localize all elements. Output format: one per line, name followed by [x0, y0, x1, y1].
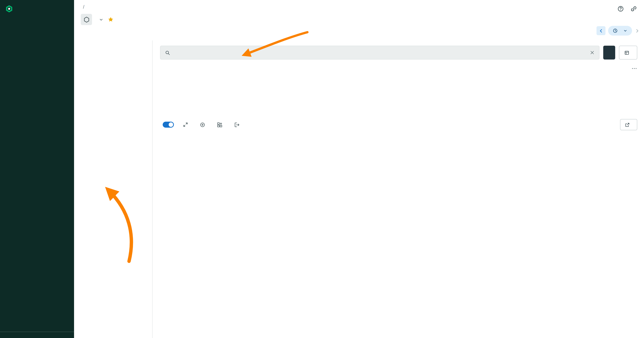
chart-menu-icon[interactable]	[631, 66, 637, 72]
sidebar-spacer	[0, 17, 74, 332]
external-link-icon	[625, 122, 630, 127]
nrql-icon	[624, 50, 630, 55]
log-query-input[interactable]	[174, 50, 586, 55]
new-relic-logo[interactable]	[0, 0, 74, 17]
toggle-knob	[169, 122, 173, 127]
share-link-icon[interactable]	[630, 5, 637, 12]
add-column-button[interactable]	[200, 122, 208, 127]
chevron-down-icon	[623, 29, 628, 33]
nrql-button[interactable]	[619, 46, 637, 60]
expand-logs-toggle[interactable]	[163, 122, 174, 128]
time-forward-button[interactable]	[635, 28, 640, 33]
add-to-dashboard-button[interactable]	[217, 122, 225, 127]
favorite-star-icon[interactable]	[108, 17, 114, 23]
expand-table-button[interactable]	[183, 122, 191, 127]
expand-icon	[183, 122, 188, 127]
global-sidebar	[0, 0, 74, 338]
query-row	[160, 46, 637, 60]
sidebar-footer-nav	[0, 332, 74, 338]
logs-toolbar	[160, 119, 637, 130]
new-relic-logo-mark	[5, 5, 13, 13]
time-picker[interactable]	[608, 26, 632, 36]
open-in-logs-button[interactable]	[620, 119, 637, 130]
entity-title-row	[81, 14, 638, 25]
topbar-icon-group	[617, 5, 637, 12]
time-picker-row	[596, 26, 640, 36]
entity-sidebar	[74, 41, 152, 338]
export-button[interactable]	[234, 122, 242, 127]
help-circle-icon[interactable]	[617, 5, 624, 12]
search-icon	[165, 50, 170, 55]
plus-circle-icon	[200, 122, 205, 127]
logs-timeseries-chart	[160, 72, 638, 112]
query-logs-button[interactable]	[603, 46, 615, 60]
log-query-box[interactable]	[160, 46, 600, 60]
breadcrumb-separator: /	[83, 5, 84, 10]
expand-logs-control[interactable]	[160, 122, 174, 128]
clock-icon	[612, 28, 618, 33]
entity-icon	[81, 14, 92, 25]
dashboard-add-icon	[217, 122, 222, 127]
header: /	[74, 0, 644, 41]
time-back-button[interactable]	[596, 26, 606, 35]
entity-chevron-down-icon[interactable]	[99, 17, 104, 22]
clear-query-icon[interactable]	[590, 50, 595, 55]
logs-header-row	[160, 66, 637, 72]
export-icon	[234, 122, 240, 127]
breadcrumb: /	[81, 5, 638, 10]
app-window: /	[0, 0, 644, 338]
main-content	[152, 41, 644, 338]
